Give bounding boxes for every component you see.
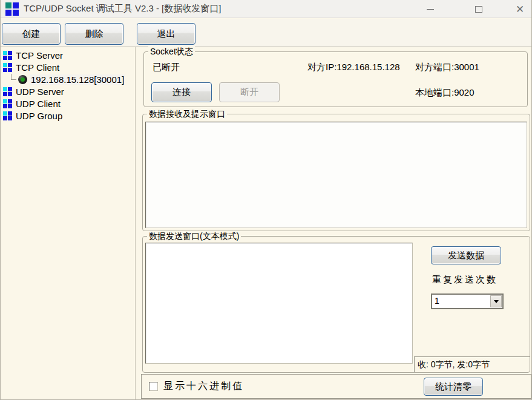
tree-item-connection[interactable]: 192.168.15.128[30001]: [1, 73, 135, 85]
tree-item-tcp-client[interactable]: TCP Client: [1, 61, 135, 73]
toolbar: 创建 删除 退出: [1, 19, 531, 47]
tree-item-label: UDP Group: [16, 111, 62, 121]
receive-group: 数据接收及提示窗口: [142, 114, 530, 231]
tree-item-udp-client[interactable]: UDP Client: [1, 97, 135, 110]
maximize-icon: [475, 6, 482, 13]
hex-checkbox-row[interactable]: 显示十六进制值: [149, 375, 244, 398]
tree-item-label: TCP Client: [16, 62, 59, 73]
send-group-label: 数据发送窗口(文本模式): [147, 231, 241, 242]
tree-elbow-line: [11, 74, 16, 80]
receive-group-label: 数据接收及提示窗口: [147, 109, 227, 120]
connect-button[interactable]: 连接: [151, 82, 212, 102]
socket-status-group-label: Socket状态: [148, 47, 195, 57]
socket-node-icon: [3, 63, 12, 72]
receive-textarea[interactable]: [145, 122, 527, 228]
tree-item-label: 192.168.15.128[30001]: [30, 74, 125, 85]
app-icon: [5, 2, 19, 16]
main-content: Socket状态 已断开 对方IP:192.168.15.128 对方端口:30…: [141, 47, 531, 399]
socket-node-icon: [3, 99, 12, 108]
maximize-button[interactable]: [468, 0, 490, 18]
close-icon: ✕: [516, 4, 524, 15]
title-bar: TCP/UDP Socket 调试工具 V2.3 - [数据收发窗口] ✕: [1, 0, 531, 18]
window-title: TCP/UDP Socket 调试工具 V2.3 - [数据收发窗口]: [24, 3, 221, 15]
close-button[interactable]: ✕: [508, 0, 532, 18]
byte-stats-box: 收: 0字节, 发:0字节: [414, 356, 530, 372]
connection-tree: TCP Server TCP Client 192.168.15.128[300…: [1, 47, 136, 399]
local-port-text: 本地端口:9020: [415, 87, 475, 99]
disconnect-button: 断开: [219, 82, 280, 102]
tree-item-label: UDP Server: [16, 87, 64, 97]
tree-item-udp-group[interactable]: UDP Group: [1, 110, 135, 122]
tree-item-tcp-server[interactable]: TCP Server: [1, 49, 135, 61]
chevron-down-icon: [494, 300, 499, 303]
clear-stats-button[interactable]: 统计清零: [424, 378, 483, 396]
bottom-panel: 显示十六进制值 统计清零: [141, 374, 531, 399]
tree-item-label: TCP Server: [16, 50, 63, 61]
connection-status-icon: [18, 75, 27, 84]
exit-button[interactable]: 退出: [137, 23, 195, 45]
app-window: TCP/UDP Socket 调试工具 V2.3 - [数据收发窗口] ✕ 创建…: [0, 0, 532, 400]
socket-node-icon: [3, 111, 12, 120]
connection-state-text: 已断开: [153, 62, 180, 73]
socket-node-icon: [3, 51, 12, 60]
socket-status-group: Socket状态 已断开 对方IP:192.168.15.128 对方端口:30…: [143, 51, 528, 107]
send-data-button[interactable]: 发送数据: [431, 246, 501, 264]
send-textarea[interactable]: [145, 243, 413, 364]
minimize-icon: [427, 9, 434, 10]
repeat-count-combobox[interactable]: 1: [431, 293, 504, 309]
hex-checkbox[interactable]: [149, 382, 158, 391]
tree-item-label: UDP Client: [16, 99, 61, 109]
tree-item-udp-server[interactable]: UDP Server: [1, 85, 135, 97]
repeat-count-label: 重复发送次数: [432, 274, 498, 286]
create-button[interactable]: 创建: [2, 23, 61, 45]
socket-node-icon: [3, 87, 12, 96]
delete-button[interactable]: 删除: [65, 23, 123, 45]
peer-ip-text: 对方IP:192.168.15.128: [307, 62, 400, 73]
send-group: 数据发送窗口(文本模式) 发送数据 重复发送次数 1 收: 0字节, 发:0字节: [142, 236, 530, 373]
peer-port-text: 对方端口:30001: [415, 62, 479, 73]
combobox-dropdown-button[interactable]: [490, 295, 502, 307]
repeat-count-value: 1: [435, 296, 439, 306]
hex-checkbox-label: 显示十六进制值: [163, 380, 244, 393]
minimize-button[interactable]: [419, 0, 441, 18]
